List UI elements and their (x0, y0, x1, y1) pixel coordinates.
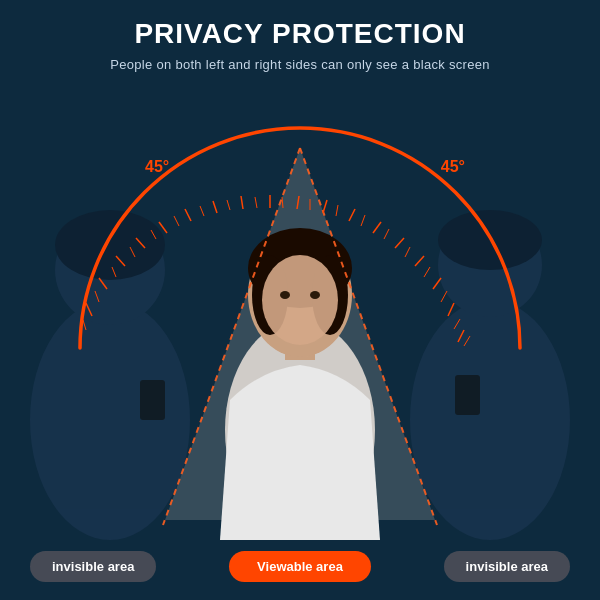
svg-line-28 (241, 196, 243, 209)
svg-line-55 (424, 267, 430, 277)
header: PRIVACY PROTECTION People on both left a… (0, 0, 600, 84)
svg-line-49 (282, 197, 283, 208)
svg-line-33 (373, 222, 381, 233)
main-container: PRIVACY PROTECTION People on both left a… (0, 0, 600, 600)
svg-line-24 (136, 238, 145, 248)
svg-line-43 (130, 247, 135, 257)
svg-line-36 (433, 278, 441, 289)
svg-line-31 (323, 200, 327, 213)
svg-line-44 (151, 230, 156, 239)
svg-line-57 (454, 319, 460, 329)
svg-line-42 (112, 267, 116, 277)
svg-line-26 (185, 209, 191, 221)
svg-line-52 (361, 215, 365, 226)
invisible-area-right-label: invisible area (444, 551, 570, 582)
svg-line-40 (83, 320, 86, 330)
svg-line-30 (297, 196, 299, 209)
svg-line-41 (95, 291, 99, 302)
svg-line-22 (99, 278, 107, 289)
svg-line-23 (116, 256, 125, 266)
svg-line-54 (405, 247, 410, 257)
svg-line-46 (200, 206, 204, 216)
invisible-area-left-label: invisible area (30, 551, 156, 582)
svg-line-35 (415, 256, 424, 266)
angle-left-label: 45° (145, 158, 169, 176)
angle-right-label: 45° (441, 158, 465, 176)
page-subtitle: People on both left and right sides can … (20, 56, 580, 74)
svg-line-48 (255, 197, 257, 208)
svg-line-56 (441, 291, 447, 302)
bottom-labels-container: invisible area Viewable area invisible a… (0, 551, 600, 582)
svg-line-25 (159, 222, 167, 233)
viewable-area-label: Viewable area (229, 551, 371, 582)
svg-line-51 (336, 205, 338, 216)
svg-line-45 (174, 216, 179, 226)
svg-line-21 (86, 303, 92, 316)
svg-line-34 (395, 238, 404, 248)
svg-line-38 (458, 330, 464, 342)
arc-overlay (40, 118, 560, 368)
svg-line-53 (384, 229, 389, 239)
svg-line-37 (448, 303, 454, 316)
svg-line-47 (227, 200, 230, 210)
page-title: PRIVACY PROTECTION (20, 18, 580, 50)
svg-line-32 (349, 209, 355, 221)
svg-line-27 (213, 201, 217, 213)
svg-line-58 (464, 336, 470, 346)
